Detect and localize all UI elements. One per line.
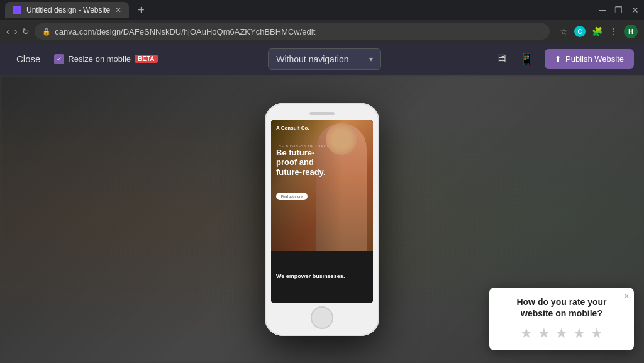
phone-screen: A Consult Co. THE BUSINESS OF TOMORROW B… [271,120,373,303]
popup-title: How do you rate your website on mobile? [499,296,624,319]
star-4[interactable]: ★ [573,325,586,342]
lock-icon: 🔒 [42,28,51,36]
star-5[interactable]: ★ [591,325,603,342]
resize-checkbox: ✓ [54,54,64,64]
forward-button[interactable]: › [14,26,18,36]
star-2[interactable]: ★ [538,325,550,342]
address-text: canva.com/design/DAFeSNNskDU/hjOAuHoQm6A… [55,27,542,36]
canvas-area: A Consult Co. THE BUSINESS OF TOMORROW B… [0,75,644,363]
resize-mobile-button[interactable]: ✓ Resize on mobile BETA [54,54,157,64]
website-logo: A Consult Co. [276,125,309,131]
tab-title: Untitled design - Website [26,6,110,14]
bookmark-icon[interactable]: ☆ [560,26,568,36]
window-controls: ─ ❐ ✕ [599,5,639,15]
chevron-down-icon: ▾ [369,55,373,64]
hero-photo: A Consult Co. THE BUSINESS OF TOMORROW B… [271,120,373,266]
device-view-toggle: 🖥 📱 [492,50,537,69]
hero-cta-button: Find out more [276,193,308,200]
nav-dropdown-label: Without navigation [276,54,348,64]
editor-toolbar: Close ✓ Resize on mobile BETA Without na… [0,43,644,75]
tab-favicon [13,6,21,14]
mobile-view-button[interactable]: 📱 [516,50,537,69]
navigation-dropdown[interactable]: Without navigation ▾ [268,48,381,70]
browser-titlebar: Untitled design - Website ✕ + ─ ❐ ✕ [0,0,644,20]
extensions-icon[interactable]: 🧩 [592,26,602,36]
publish-website-button[interactable]: ⬆ Publish Website [545,49,634,69]
hero-bottom-section: We empower businesses. [271,251,373,302]
minimize-button[interactable]: ─ [599,5,606,15]
website-preview: A Consult Co. THE BUSINESS OF TOMORROW B… [271,120,373,303]
canva-extension-icon[interactable]: C [574,26,586,37]
beta-badge: BETA [135,55,157,63]
address-input-box[interactable]: 🔒 canva.com/design/DAFeSNNskDU/hjOAuHoQm… [35,23,550,40]
new-tab-button[interactable]: + [134,4,148,17]
profile-avatar[interactable]: H [624,25,638,38]
popup-close-button[interactable]: × [624,291,629,301]
desktop-view-button[interactable]: 🖥 [492,50,511,68]
publish-icon: ⬆ [555,54,562,64]
reload-button[interactable]: ↻ [22,26,30,36]
address-bar: ‹ › ↻ 🔒 canva.com/design/DAFeSNNskDU/hjO… [0,20,644,43]
resize-mobile-label: Resize on mobile [68,54,131,64]
settings-icon[interactable]: ⋮ [609,26,618,36]
browser-tab[interactable]: Untitled design - Website ✕ [5,2,129,18]
publish-label: Publish Website [565,54,624,64]
star-1[interactable]: ★ [520,325,533,342]
star-3[interactable]: ★ [555,325,568,342]
hero-bottom-text: We empower businesses. [276,273,345,281]
restore-button[interactable]: ❐ [614,5,623,15]
close-window-button[interactable]: ✕ [631,5,639,15]
address-bar-actions: ☆ C 🧩 ⋮ H [560,25,638,38]
hero-headline: Be future-proof and future-ready. [276,148,333,177]
back-button[interactable]: ‹ [6,26,9,36]
rating-popup: × How do you rate your website on mobile… [489,288,634,350]
star-rating: ★ ★ ★ ★ ★ [499,325,624,342]
close-editor-button[interactable]: Close [10,50,47,68]
phone-mockup: A Consult Co. THE BUSINESS OF TOMORROW B… [265,103,379,336]
tab-close-button[interactable]: ✕ [115,6,121,14]
phone-speaker [309,112,335,115]
hero-section: A Consult Co. THE BUSINESS OF TOMORROW B… [271,120,373,303]
phone-home-button [311,306,333,329]
